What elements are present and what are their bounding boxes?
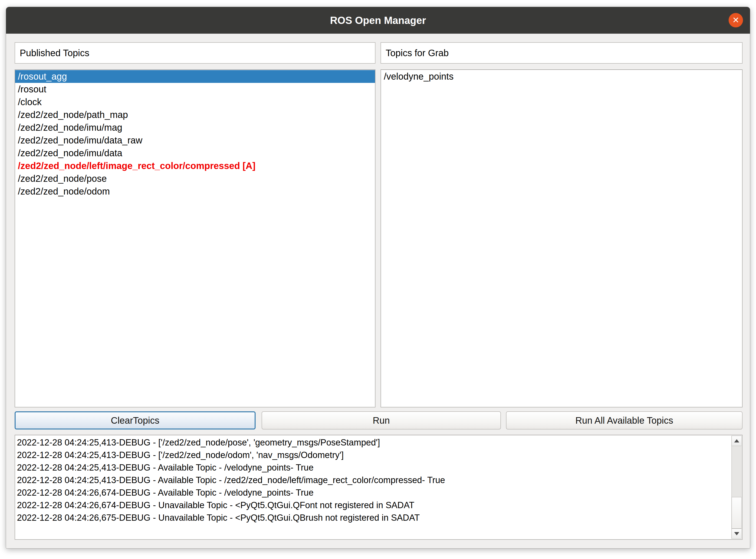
scrollbar-track[interactable] (732, 446, 741, 529)
scroll-down-button[interactable] (732, 529, 741, 539)
arrow-down-icon (734, 532, 739, 535)
close-button[interactable]: ✕ (729, 13, 743, 27)
list-item[interactable]: /zed2/zed_node/odom (15, 185, 375, 198)
log-scrollbar (731, 436, 741, 539)
clear-topics-button[interactable]: ClearTopics (15, 411, 256, 429)
list-item[interactable]: /zed2/zed_node/imu/mag (15, 121, 375, 134)
list-item[interactable]: /zed2/zed_node/path_map (15, 108, 375, 121)
log-output-area[interactable]: 2022-12-28 04:24:25,413-DEBUG - ['/zed2/… (15, 435, 742, 540)
log-line: 2022-12-28 04:24:25,413-DEBUG - ['/zed2/… (17, 436, 730, 449)
log-line: 2022-12-28 04:24:26,674-DEBUG - Availabl… (17, 486, 730, 499)
list-item[interactable]: /velodyne_points (381, 70, 742, 83)
log-line: 2022-12-28 04:24:26,674-DEBUG - Unavaila… (17, 499, 730, 511)
list-item[interactable]: /zed2/zed_node/imu/data_raw (15, 134, 375, 147)
list-item[interactable]: /zed2/zed_node/imu/data (15, 147, 375, 159)
list-item[interactable]: /zed2/zed_node/pose (15, 172, 375, 185)
log-line: 2022-12-28 04:24:25,413-DEBUG - Availabl… (17, 474, 730, 486)
log-lines: 2022-12-28 04:24:25,413-DEBUG - ['/zed2/… (17, 436, 730, 538)
scrollbar-thumb[interactable] (732, 497, 741, 529)
list-item[interactable]: /zed2/zed_node/left/image_rect_color/com… (15, 159, 375, 172)
run-all-available-topics-button[interactable]: Run All Available Topics (506, 411, 742, 429)
window-title: ROS Open Manager (6, 7, 750, 33)
scroll-up-button[interactable] (732, 436, 741, 446)
published-topics-header: Published Topics (15, 42, 375, 64)
published-topics-list: /rosout_agg/rosout/clock/zed2/zed_node/p… (15, 69, 375, 407)
list-item[interactable]: /rosout_agg (15, 70, 375, 83)
log-line: 2022-12-28 04:24:26,675-DEBUG - Unavaila… (17, 511, 730, 524)
run-button[interactable]: Run (262, 411, 501, 429)
list-item[interactable]: /rosout (15, 83, 375, 96)
titlebar[interactable]: ROS Open Manager ✕ (6, 7, 750, 33)
app-window: ROS Open Manager ✕ Published Topics Topi… (6, 7, 750, 549)
published-topics-header-label: Published Topics (20, 48, 89, 58)
topics-for-grab-list: /velodyne_points (381, 69, 742, 407)
close-icon: ✕ (732, 16, 739, 24)
topics-for-grab-header: Topics for Grab (381, 42, 742, 64)
topics-for-grab-header-label: Topics for Grab (386, 48, 449, 58)
list-item[interactable]: /clock (15, 96, 375, 108)
log-line: 2022-12-28 04:24:25,413-DEBUG - ['/zed2/… (17, 449, 730, 461)
arrow-up-icon (734, 439, 739, 443)
log-line: 2022-12-28 04:24:25,413-DEBUG - Availabl… (17, 461, 730, 474)
